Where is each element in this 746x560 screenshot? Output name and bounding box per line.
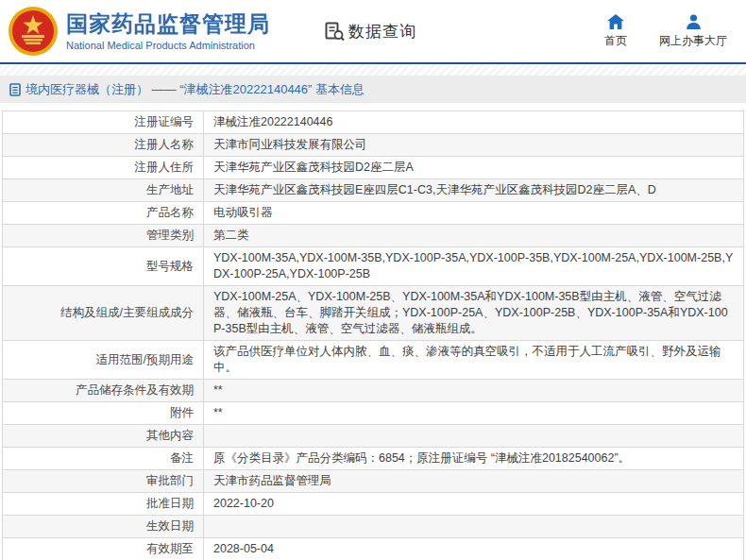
person-icon	[686, 14, 702, 29]
national-emblem-logo	[8, 6, 59, 57]
table-row: 产品名称电动吸引器	[3, 202, 744, 225]
row-value: 原《分类目录》产品分类编码：6854；原注册证编号 “津械注准201825400…	[204, 448, 744, 470]
row-value: 2022-10-20	[204, 493, 744, 516]
org-name-en: National Medical Products Administration	[66, 39, 270, 52]
table-row: 其他内容	[3, 425, 744, 448]
row-label: 生产地址	[3, 179, 204, 202]
data-query-section[interactable]: 数据查询	[325, 21, 416, 42]
row-label: 注册证编号	[3, 111, 204, 134]
table-row: 产品储存条件及有效期**	[3, 380, 744, 402]
row-value: 第二类	[204, 225, 744, 247]
row-label: 附件	[3, 402, 204, 425]
table-row: 注册人名称天津市同业科技发展有限公司	[3, 134, 744, 157]
row-label: 管理类别	[3, 225, 204, 247]
table-row: 生产地址天津华苑产业区鑫茂科技园E座四层C1-C3,天津华苑产业区鑫茂科技园D2…	[3, 179, 744, 202]
site-header: 国家药品监督管理局 National Medical Products Admi…	[0, 0, 746, 64]
table-row: 审批部门天津市药品监督管理局	[3, 470, 744, 493]
row-value: **	[204, 402, 744, 425]
org-title-block: 国家药品监督管理局 National Medical Products Admi…	[66, 10, 270, 52]
table-row: 结构及组成/主要组成成分YDX-100M-25A、YDX-100M-25B、YD…	[3, 286, 744, 341]
page-title: 境内医疗器械（注册） —— “津械注准20222140446” 基本信息	[25, 81, 365, 98]
row-value: 电动吸引器	[204, 202, 744, 225]
document-icon	[9, 83, 21, 96]
row-label: 型号规格	[3, 247, 204, 286]
row-label: 结构及组成/主要组成成分	[3, 286, 204, 341]
row-value: YDX-100M-35A,YDX-100M-35B,YDX-100P-35A,Y…	[204, 247, 744, 286]
row-label: 注册人名称	[3, 134, 204, 157]
table-row: 注册证编号津械注准20222140446	[3, 111, 744, 134]
row-label: 审批部门	[3, 470, 204, 493]
nav-online-hall[interactable]: 网上办事大厅	[659, 14, 727, 49]
row-value: 天津华苑产业区鑫茂科技园D2座二层A	[204, 157, 744, 179]
table-row: 注册人住所天津华苑产业区鑫茂科技园D2座二层A	[3, 157, 744, 179]
row-value: **	[204, 380, 744, 402]
row-value: 天津市药品监督管理局	[204, 470, 744, 493]
document-search-icon	[325, 22, 345, 42]
home-icon	[607, 14, 624, 29]
nav-home[interactable]: 首页	[604, 14, 627, 49]
row-value: 津械注准20222140446	[204, 111, 744, 134]
org-name-zh: 国家药品监督管理局	[66, 10, 270, 37]
row-label: 批准日期	[3, 493, 204, 516]
data-query-label: 数据查询	[348, 21, 416, 42]
table-row: 备注原《分类目录》产品分类编码：6854；原注册证编号 “津械注准2018254…	[3, 448, 744, 470]
registration-info-table-wrap: 注册证编号津械注准20222140446注册人名称天津市同业科技发展有限公司注册…	[0, 103, 746, 560]
row-label: 注册人住所	[3, 157, 204, 179]
table-row: 批准日期2022-10-20	[3, 493, 744, 516]
registration-info-table: 注册证编号津械注准20222140446注册人名称天津市同业科技发展有限公司注册…	[2, 110, 744, 560]
row-label: 产品名称	[3, 202, 204, 225]
row-value: YDX-100M-25A、YDX-100M-25B、YDX-100M-35A和Y…	[204, 286, 744, 341]
nav-hall-label: 网上办事大厅	[659, 33, 727, 49]
info-table-body: 注册证编号津械注准20222140446注册人名称天津市同业科技发展有限公司注册…	[3, 111, 744, 560]
header-nav: 首页 网上办事大厅	[604, 14, 733, 49]
table-row: 生效日期	[3, 516, 744, 538]
row-value: 天津市同业科技发展有限公司	[204, 134, 744, 157]
table-row: 型号规格YDX-100M-35A,YDX-100M-35B,YDX-100P-3…	[3, 247, 744, 286]
row-value	[204, 516, 744, 538]
table-row: 有效期至2028-05-04	[3, 538, 744, 560]
row-value: 2028-05-04	[204, 538, 744, 560]
breadcrumb-bar: 境内医疗器械（注册） —— “津械注准20222140446” 基本信息	[0, 76, 746, 103]
row-label: 生效日期	[3, 516, 204, 538]
row-label: 其他内容	[3, 425, 204, 448]
nav-home-label: 首页	[604, 33, 627, 49]
row-value	[204, 425, 744, 448]
row-label: 适用范围/预期用途	[3, 341, 204, 380]
table-row: 适用范围/预期用途该产品供医疗单位对人体内脓、血、痰、渗液等的真空吸引，不适用于…	[3, 341, 744, 380]
decorative-strip	[0, 64, 746, 76]
table-row: 管理类别第二类	[3, 225, 744, 247]
row-value: 该产品供医疗单位对人体内脓、血、痰、渗液等的真空吸引，不适用于人工流产吸引、野外…	[204, 341, 744, 380]
table-row: 附件**	[3, 402, 744, 425]
row-value: 天津华苑产业区鑫茂科技园E座四层C1-C3,天津华苑产业区鑫茂科技园D2座二层A…	[204, 179, 744, 202]
row-label: 备注	[3, 448, 204, 470]
row-label: 产品储存条件及有效期	[3, 380, 204, 402]
row-label: 有效期至	[3, 538, 204, 560]
